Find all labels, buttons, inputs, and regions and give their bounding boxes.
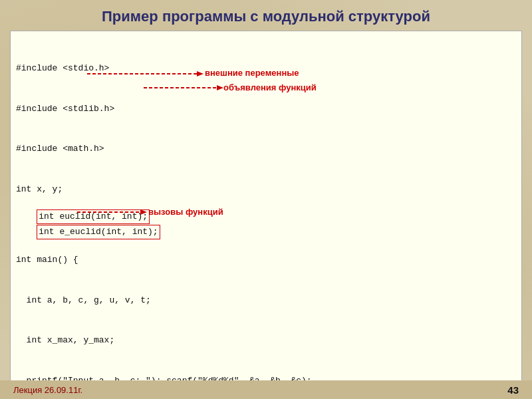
code-line-4: int x, y; — [16, 183, 516, 196]
code-line-7: int main() { — [16, 253, 516, 267]
main-content: #include <stdio.h> #include <stdlib.h> #… — [10, 31, 522, 399]
bottom-bar: Лекция 26.09.11г. 43 — [0, 380, 532, 399]
page-title: Пример программы с модульной структурой — [0, 0, 532, 31]
code-line-9: int x_max, y_max; — [16, 334, 516, 347]
code-line-2: #include <stdlib.h> — [16, 102, 516, 116]
annotation-external-vars: внешние переменные — [205, 68, 299, 78]
code-line-5: int euclid(int, int); — [37, 209, 150, 224]
page-number: 43 — [507, 384, 519, 396]
annotation-func-calls: вызовы функций — [148, 207, 223, 217]
code-line-3: #include <math.h> — [16, 142, 516, 156]
annotation-func-declarations: объявления функций — [223, 82, 317, 92]
lecture-label: Лекция 26.09.11г. — [13, 385, 82, 395]
code-line-8: int a, b, c, g, u, v, t; — [16, 294, 516, 307]
code-line-6: int e_euclid(int, int); — [37, 225, 160, 239]
